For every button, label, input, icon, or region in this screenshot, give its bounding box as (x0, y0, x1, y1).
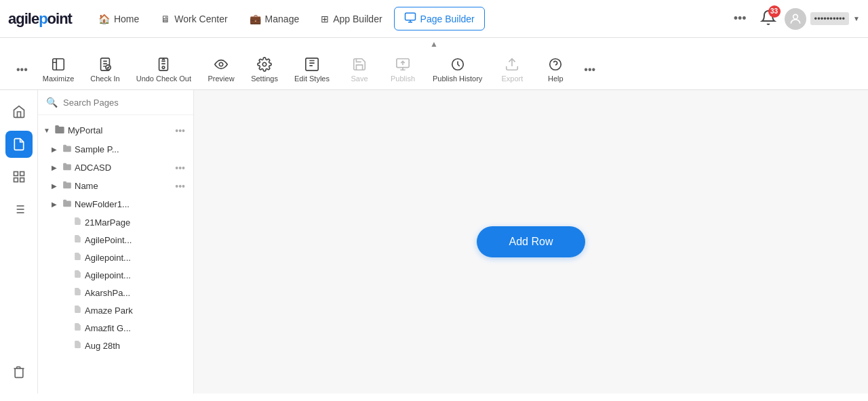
folder-icon (62, 198, 72, 210)
toolbar-overflow-button[interactable]: ••• (578, 61, 601, 79)
tree-chevron-icon: ▶ (52, 164, 60, 171)
svg-rect-9 (306, 58, 318, 70)
tree-container: ▼ MyPortal ••• ▶ Sample P... ▶ (38, 115, 193, 394)
nav-items: 🏠 Home 🖥 Work Center 💼 Manage ⊞ App Buil… (88, 7, 726, 30)
help-icon (548, 57, 563, 72)
save-icon (352, 57, 367, 72)
svg-rect-16 (20, 172, 24, 176)
undo-checkout-icon (156, 57, 171, 72)
edit-styles-button[interactable]: Edit Styles (288, 53, 336, 87)
svg-point-1 (793, 14, 797, 19)
nav-appbuilder[interactable]: ⊞ App Builder (311, 9, 392, 29)
tree-root-more-button[interactable]: ••• (172, 125, 188, 136)
tree-item-21marpage[interactable]: ▶ 21MarPage (38, 213, 193, 231)
save-button[interactable]: Save (339, 53, 380, 87)
tree-item-samplep[interactable]: ▶ Sample P... (38, 140, 193, 159)
tree-chevron-icon: ▶ (52, 182, 60, 190)
tree-name-more-button[interactable]: ••• (172, 181, 188, 192)
sidebar-home-button[interactable] (5, 98, 33, 125)
undo-checkout-button[interactable]: Undo Check Out (130, 53, 198, 87)
tree-item-agilepoint3[interactable]: ▶ Agilepoint... (38, 266, 193, 284)
top-navigation: agilepoint 🏠 Home 🖥 Work Center 💼 Manage… (0, 0, 868, 38)
content-area: Add Row (194, 90, 868, 394)
svg-point-8 (262, 62, 267, 66)
search-icon: 🔍 (46, 97, 58, 108)
tree-chevron-icon: ▼ (43, 127, 52, 134)
toolbar-more-button[interactable]: ••• (11, 61, 33, 79)
avatar (785, 8, 806, 30)
page-icon (73, 287, 82, 298)
nav-pagebuilder[interactable]: Page Builder (394, 7, 485, 30)
toolbar-collapse-button[interactable]: ▲ (0, 38, 868, 50)
page-icon (73, 340, 82, 351)
tree-item-adcasd[interactable]: ▶ ADCASD ••• (38, 159, 193, 177)
sidebar-pages-button[interactable] (5, 131, 33, 158)
svg-rect-18 (14, 178, 18, 182)
svg-point-7 (219, 62, 223, 66)
export-button[interactable]: Export (492, 53, 532, 87)
sidebar-icon-strip (0, 90, 38, 394)
folder-icon (62, 144, 72, 155)
user-name: •••••••••• (810, 12, 850, 25)
checkin-icon (98, 57, 113, 72)
tree-item-name[interactable]: ▶ Name ••• (38, 177, 193, 195)
sidebar-list-button[interactable] (5, 196, 33, 223)
tree-item-amazepark[interactable]: ▶ Amaze Park (38, 301, 193, 319)
tree-adcasd-more-button[interactable]: ••• (172, 163, 188, 173)
publish-history-button[interactable]: Publish History (426, 53, 489, 87)
publish-history-icon (450, 57, 465, 72)
user-menu[interactable]: •••••••••• ▼ (785, 8, 860, 30)
nav-right: ••• 33 •••••••••• ▼ (728, 8, 860, 30)
tree-item-aug28th[interactable]: ▶ Aug 28th (38, 337, 193, 354)
add-row-button[interactable]: Add Row (477, 226, 586, 257)
nav-manage[interactable]: 💼 Manage (239, 9, 310, 29)
tree-item-amazfitg[interactable]: ▶ Amazfit G... (38, 319, 193, 337)
page-icon (73, 322, 82, 333)
maximize-icon (51, 57, 66, 72)
nav-overflow-button[interactable]: ••• (728, 9, 752, 28)
svg-point-6 (163, 66, 165, 69)
checkin-button[interactable]: Check In (83, 53, 126, 87)
user-chevron-icon: ▼ (853, 15, 860, 22)
tree-item-akarshpa[interactable]: ▶ AkarshPa... (38, 284, 193, 301)
tree-root-myportal[interactable]: ▼ MyPortal ••• (38, 121, 193, 140)
folder-icon (62, 162, 72, 173)
svg-rect-0 (405, 13, 415, 20)
sidebar-grid-button[interactable] (5, 163, 33, 190)
collapse-chevron-icon: ▲ (430, 39, 438, 49)
main-layout: 🔍 ▼ MyPortal ••• ▶ Sample P... (0, 90, 868, 394)
page-tree-panel: 🔍 ▼ MyPortal ••• ▶ Sample P... (38, 90, 194, 394)
sidebar-trash-button[interactable] (5, 358, 33, 385)
maximize-button[interactable]: Maximize (36, 53, 81, 87)
preview-icon (214, 57, 229, 72)
page-icon (73, 234, 82, 245)
folder-icon (54, 124, 65, 137)
settings-button[interactable]: Settings (244, 53, 285, 87)
svg-rect-2 (53, 59, 64, 70)
svg-point-13 (550, 59, 561, 70)
nav-workcenter[interactable]: 🖥 Work Center (151, 9, 237, 29)
publish-icon (395, 57, 410, 72)
nav-home[interactable]: 🏠 Home (88, 9, 149, 29)
edit-styles-icon (304, 57, 319, 72)
preview-button[interactable]: Preview (201, 53, 241, 87)
export-icon (505, 57, 519, 72)
tree-chevron-icon: ▶ (52, 200, 60, 208)
page-icon (73, 252, 82, 263)
tree-item-agilepoint1[interactable]: ▶ AgilePoint... (38, 231, 193, 249)
svg-rect-17 (20, 178, 24, 182)
publish-button[interactable]: Publish (382, 53, 423, 87)
page-icon (73, 305, 82, 316)
search-input[interactable] (63, 98, 185, 108)
search-box: 🔍 (38, 90, 193, 115)
tree-chevron-icon: ▶ (52, 146, 60, 153)
svg-rect-15 (14, 172, 18, 176)
tree-item-newfolder[interactable]: ▶ NewFolder1... (38, 195, 193, 213)
toolbar: ••• Maximize Check In Undo Check Out (0, 50, 868, 89)
notification-badge: 33 (768, 5, 781, 18)
help-button[interactable]: Help (535, 53, 576, 87)
page-icon (73, 217, 82, 228)
notification-button[interactable]: 33 (760, 9, 776, 28)
tree-item-agilepoint2[interactable]: ▶ Agilepoint... (38, 249, 193, 266)
page-icon (73, 270, 82, 280)
